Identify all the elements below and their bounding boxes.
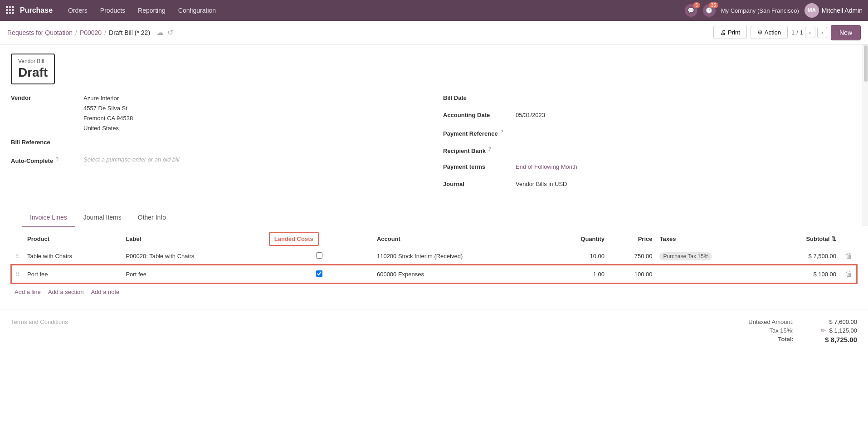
accounting-date-label: Accounting Date [443,111,516,118]
col-landed-costs: Landed Costs [265,231,373,247]
user-menu[interactable]: MA Mitchell Admin [805,3,863,18]
journal-name[interactable]: Vendor Bills [516,181,547,187]
edit-tax-icon[interactable]: ✏ [821,327,826,334]
product-cell-2[interactable]: Port fee [24,265,122,283]
prev-page-button[interactable]: ‹ [805,27,815,38]
svg-rect-5 [12,9,14,10]
payment-terms-field: Payment terms End of Following Month [443,162,857,175]
vendor-addr3: United States [83,123,133,133]
table-row: ⠿ Port fee Port fee 600000 Expenses 1.00… [11,265,857,283]
landed-costs-cell-2[interactable] [265,265,373,283]
activities-icon[interactable]: 🕐 35 [703,4,716,17]
table-header: Product Label Landed Costs Account Quant… [11,231,857,247]
total-row: Total: $ 8,725.00 [726,336,857,343]
col-account: Account [373,231,549,247]
main-nav: Orders Products Reporting Configuration [62,0,222,21]
accounting-date-field: Accounting Date 05/31/2023 [443,111,857,123]
label-cell-2[interactable]: Port fee [122,265,265,283]
row-drag-1[interactable]: ⠿ [11,247,24,265]
svg-rect-7 [9,12,10,14]
breadcrumb-p00020[interactable]: P00020 [80,29,102,36]
refresh-icon[interactable]: ↺ [167,28,173,37]
terms-area[interactable]: Terms and Conditions [11,318,434,325]
landed-costs-checkbox-2[interactable] [316,270,322,277]
action-button[interactable]: ⚙ Action [751,26,788,39]
recipient-bank-field: Recipient Bank ? [443,145,857,158]
delete-cell-2[interactable]: 🗑 [840,265,857,283]
svg-rect-2 [12,6,14,7]
nav-configuration[interactable]: Configuration [172,0,222,21]
payment-terms-value[interactable]: End of Following Month [516,162,577,172]
tab-invoice-lines[interactable]: Invoice Lines [22,208,75,227]
breadcrumb-current: Draft Bill (* 22) [109,29,150,36]
bill-date-label: Bill Date [443,93,516,101]
breadcrumb-sep2: / [104,29,106,36]
landed-costs-checkbox-1[interactable] [316,252,322,259]
toolbar-right: 🖨 Print ⚙ Action 1 / 1 ‹ › New [713,25,861,40]
quantity-cell-2[interactable]: 1.00 [549,265,608,283]
landed-costs-cell-1[interactable] [265,247,373,265]
tab-journal-items[interactable]: Journal Items [75,208,130,227]
breadcrumb-rfq[interactable]: Requests for Quotation [7,29,73,36]
payment-reference-field: Payment Reference ? [443,128,857,141]
avatar: MA [805,3,819,18]
add-line-row: Add a line Add a section Add a note [11,284,857,300]
accounting-date-value[interactable]: 05/31/2023 [516,111,545,120]
payment-reference-label: Payment Reference ? [443,128,516,137]
doc-header: Vendor Bill Draft Vendor Azure Interior … [0,44,868,227]
scrollbar-thumb[interactable] [864,45,868,82]
price-cell-1[interactable]: 750.00 [608,247,656,265]
taxes-cell-1[interactable]: Purchase Tax 15% [656,247,769,265]
subtotal-cell-2: $ 100.00 [769,265,840,283]
product-cell-1[interactable]: Table with Chairs [24,247,122,265]
delete-icon-1[interactable]: 🗑 [845,252,853,260]
vendor-name[interactable]: Azure Interior [83,93,133,103]
label-cell-1[interactable]: P00020: Table with Chairs [122,247,265,265]
subtotal-settings-icon[interactable]: ⇅ [831,235,836,242]
cloud-icon[interactable]: ☁ [156,28,164,37]
add-note-button[interactable]: Add a note [91,289,119,295]
next-page-button[interactable]: › [817,27,827,38]
tax-row: Tax 15%: ✏ $ 1,125.00 [726,327,857,334]
table-row: ⠿ Table with Chairs P00020: Table with C… [11,247,857,265]
col-product: Product [24,231,122,247]
vendor-addr1: 4557 De Silva St [83,103,133,113]
terms-placeholder: Terms and Conditions [11,318,68,325]
topbar-right: 💬 5 🕐 35 My Company (San Francisco) MA M… [685,3,863,18]
total-label: Total: [726,336,794,343]
svg-rect-4 [9,9,10,10]
row-drag-2[interactable]: ⠿ [11,265,24,283]
messages-icon[interactable]: 💬 5 [685,4,697,17]
col-taxes: Taxes [656,231,769,247]
bill-reference-label: Bill Reference [11,138,83,146]
nav-orders[interactable]: Orders [62,0,94,21]
auto-complete-input[interactable]: Select a purchase order or an old bill [83,155,180,164]
add-section-button[interactable]: Add a section [48,289,84,295]
print-button[interactable]: 🖨 Print [713,26,747,39]
landed-costs-header: Landed Costs [269,232,319,246]
svg-rect-3 [6,9,8,10]
nav-reporting[interactable]: Reporting [132,0,172,21]
account-cell-1[interactable]: 110200 Stock Interim (Received) [373,247,549,265]
quantity-cell-1[interactable]: 10.00 [549,247,608,265]
delete-icon-2[interactable]: 🗑 [845,270,853,278]
totals-area: Untaxed Amount: $ 7,600.00 Tax 15%: ✏ $ … [726,318,857,345]
journal-currency[interactable]: USD [555,181,567,187]
new-button[interactable]: New [831,25,861,40]
subtotal-cell-1: $ 7,500.00 [769,247,840,265]
taxes-cell-2[interactable] [656,265,769,283]
payment-terms-label: Payment terms [443,162,516,170]
delete-cell-1[interactable]: 🗑 [840,247,857,265]
scrollbar[interactable] [863,44,868,226]
bill-type-label: Vendor Bill [18,58,48,64]
price-cell-2[interactable]: 100.00 [608,265,656,283]
apps-menu-icon[interactable] [5,5,15,16]
svg-rect-6 [6,12,8,14]
account-cell-2[interactable]: 600000 Expenses [373,265,549,283]
add-line-button[interactable]: Add a line [15,289,41,295]
tab-other-info[interactable]: Other Info [130,208,174,227]
col-drag [11,231,24,247]
app-brand[interactable]: Purchase [20,6,53,15]
activities-count: 35 [709,2,718,8]
nav-products[interactable]: Products [94,0,132,21]
